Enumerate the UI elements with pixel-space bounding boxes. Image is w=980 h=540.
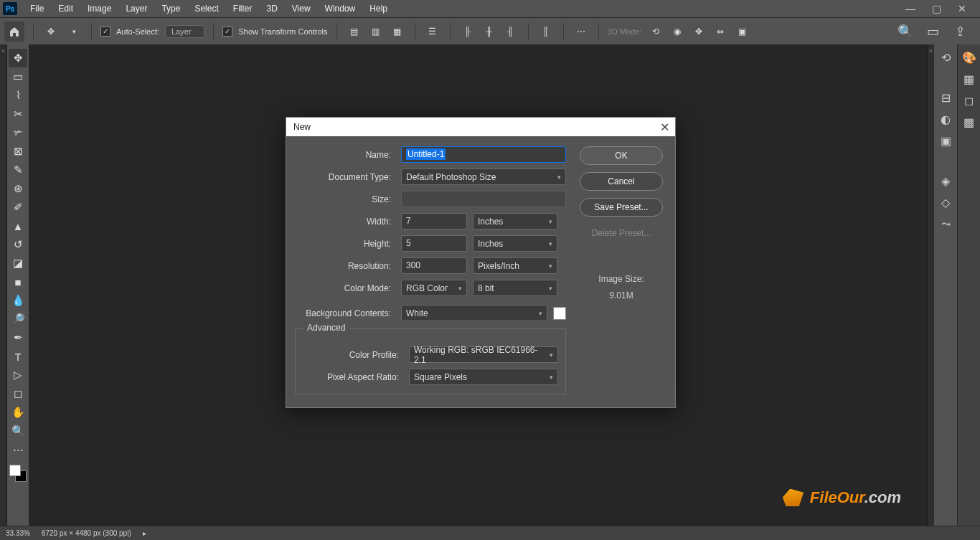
gradient-tool[interactable]: ■ bbox=[9, 273, 27, 291]
menu-image[interactable]: Image bbox=[80, 4, 118, 14]
libraries-panel-icon[interactable]: ▣ bbox=[937, 132, 954, 149]
document-info[interactable]: 6720 px × 4480 px (300 ppi) bbox=[42, 529, 131, 537]
color-profile-select[interactable]: Working RGB: sRGB IEC61966-2.1▾ bbox=[409, 346, 558, 363]
path-select-tool[interactable]: ▷ bbox=[9, 366, 27, 384]
adjustments-panel-icon[interactable]: ◐ bbox=[937, 110, 954, 128]
move-tool-icon[interactable]: ✥ bbox=[42, 23, 60, 40]
auto-select-target[interactable]: Layer bbox=[165, 25, 205, 38]
align-menu-icon[interactable]: ☰ bbox=[424, 23, 441, 40]
ok-button[interactable]: OK bbox=[580, 146, 663, 165]
menu-select[interactable]: Select bbox=[187, 4, 225, 14]
marquee-tool[interactable]: ▭ bbox=[9, 67, 27, 86]
align-right-icon[interactable]: ▦ bbox=[389, 23, 406, 40]
dialog-close-icon[interactable]: ✕ bbox=[660, 120, 669, 134]
distribute-h-icon[interactable]: ║ bbox=[537, 23, 555, 40]
statusbar-chevron-icon[interactable]: ▸ bbox=[143, 529, 146, 537]
menu-file[interactable]: File bbox=[23, 4, 51, 14]
quick-select-tool[interactable]: ✂ bbox=[9, 105, 27, 123]
chevron-down-icon[interactable]: ▾ bbox=[65, 23, 83, 40]
3d-zoom-icon[interactable]: ▣ bbox=[733, 23, 750, 40]
menu-edit[interactable]: Edit bbox=[51, 4, 80, 14]
edit-toolbar[interactable]: ⋯ bbox=[9, 440, 27, 459]
menu-window[interactable]: Window bbox=[318, 4, 363, 14]
resolution-unit-select[interactable]: Pixels/Inch▾ bbox=[473, 257, 557, 274]
cancel-button[interactable]: Cancel bbox=[580, 172, 663, 191]
tool-panel-collapse[interactable]: » bbox=[0, 44, 7, 526]
paths-panel-icon[interactable]: ⤳ bbox=[937, 215, 954, 232]
aspect-ratio-select[interactable]: Square Pixels▾ bbox=[409, 369, 558, 385]
height-unit-select[interactable]: Inches▾ bbox=[473, 235, 557, 252]
bg-contents-select[interactable]: White▾ bbox=[401, 305, 547, 321]
auto-select-checkbox[interactable]: ✓ bbox=[100, 27, 110, 37]
bg-color-swatch[interactable] bbox=[553, 307, 566, 320]
3d-orbit-icon[interactable]: ⟲ bbox=[647, 23, 664, 40]
eyedropper-tool[interactable]: ✎ bbox=[9, 161, 27, 179]
eraser-tool[interactable]: ◪ bbox=[9, 254, 27, 273]
3d-roll-icon[interactable]: ◉ bbox=[669, 23, 686, 40]
pen-tool[interactable]: ✒ bbox=[9, 328, 27, 347]
foreground-background-swatch[interactable] bbox=[9, 465, 27, 482]
resolution-input[interactable]: 300 bbox=[401, 257, 467, 274]
hand-tool[interactable]: ✋ bbox=[9, 403, 27, 422]
menu-3d[interactable]: 3D bbox=[259, 4, 284, 14]
color-panel-icon[interactable]: 🎨 bbox=[961, 49, 978, 66]
menu-help[interactable]: Help bbox=[362, 4, 395, 14]
lasso-tool[interactable]: ⌇ bbox=[9, 86, 27, 105]
save-preset-button[interactable]: Save Preset... bbox=[580, 198, 663, 217]
more-options-icon[interactable]: ⋯ bbox=[573, 23, 590, 40]
3d-slide-icon[interactable]: ⇔ bbox=[712, 23, 729, 40]
brush-tool[interactable]: ✐ bbox=[9, 198, 27, 217]
swatches-panel-icon[interactable]: ▦ bbox=[961, 70, 978, 87]
close-icon[interactable]: ✕ bbox=[954, 3, 970, 14]
align-left-icon[interactable]: ▤ bbox=[346, 23, 363, 40]
gradients-panel-icon[interactable]: ◻ bbox=[961, 92, 978, 109]
menu-view[interactable]: View bbox=[285, 4, 318, 14]
distribute-bottom-icon[interactable]: ╢ bbox=[502, 23, 519, 40]
restore-icon[interactable]: ▢ bbox=[928, 3, 944, 14]
type-tool[interactable]: T bbox=[9, 347, 27, 366]
share-icon[interactable]: ⇪ bbox=[951, 23, 969, 40]
doc-type-select[interactable]: Default Photoshop Size▾ bbox=[401, 169, 566, 185]
channels-panel-icon[interactable]: ◇ bbox=[937, 194, 954, 211]
width-unit-select[interactable]: Inches▾ bbox=[473, 213, 557, 229]
search-icon[interactable]: 🔍 bbox=[897, 23, 914, 40]
show-transform-checkbox[interactable]: ✓ bbox=[222, 27, 232, 37]
name-input[interactable]: Untitled-1 bbox=[401, 146, 566, 163]
color-depth-select[interactable]: 8 bit▾ bbox=[473, 280, 557, 296]
properties-panel-icon[interactable]: ⊟ bbox=[937, 89, 954, 106]
show-transform-label: Show Transform Controls bbox=[238, 27, 327, 36]
distribute-top-icon[interactable]: ╟ bbox=[459, 23, 476, 40]
color-profile-label: Color Profile: bbox=[303, 350, 403, 360]
height-input[interactable]: 5 bbox=[401, 235, 467, 252]
zoom-tool[interactable]: 🔍 bbox=[9, 422, 27, 440]
history-panel-icon[interactable]: ⟲ bbox=[937, 49, 954, 66]
healing-tool[interactable]: ⊛ bbox=[9, 179, 27, 198]
move-tool[interactable]: ✥ bbox=[9, 49, 27, 67]
workspace-switcher-icon[interactable]: ▭ bbox=[924, 23, 941, 40]
status-bar: 33.33% 6720 px × 4480 px (300 ppi) ▸ bbox=[0, 526, 980, 540]
align-center-h-icon[interactable]: ▥ bbox=[367, 23, 385, 40]
distribute-vcenter-icon[interactable]: ╫ bbox=[481, 23, 498, 40]
menu-type[interactable]: Type bbox=[154, 4, 187, 14]
zoom-level[interactable]: 33.33% bbox=[6, 529, 30, 537]
image-size-label: Image Size: bbox=[598, 271, 644, 288]
layers-panel-icon[interactable]: ◈ bbox=[937, 172, 954, 189]
dodge-tool[interactable]: 🔎 bbox=[9, 310, 27, 328]
history-brush-tool[interactable]: ↺ bbox=[9, 235, 27, 254]
width-input[interactable]: 7 bbox=[401, 213, 467, 229]
size-select[interactable] bbox=[401, 191, 566, 207]
crop-tool[interactable]: ✃ bbox=[9, 123, 27, 142]
clone-stamp-tool[interactable]: ▲ bbox=[9, 217, 27, 235]
dialog-titlebar[interactable]: New ✕ bbox=[286, 118, 675, 136]
menu-filter[interactable]: Filter bbox=[226, 4, 260, 14]
color-mode-select[interactable]: RGB Color▾ bbox=[401, 280, 467, 296]
right-panel-collapse[interactable]: « bbox=[927, 44, 934, 526]
3d-pan-icon[interactable]: ✥ bbox=[690, 23, 707, 40]
home-button[interactable] bbox=[4, 22, 24, 42]
menu-layer[interactable]: Layer bbox=[118, 4, 154, 14]
frame-tool[interactable]: ⊠ bbox=[9, 142, 27, 161]
blur-tool[interactable]: 💧 bbox=[9, 291, 27, 310]
minimize-icon[interactable]: — bbox=[903, 3, 918, 14]
shape-tool[interactable]: ◻ bbox=[9, 384, 27, 403]
patterns-panel-icon[interactable]: ▩ bbox=[961, 113, 978, 131]
